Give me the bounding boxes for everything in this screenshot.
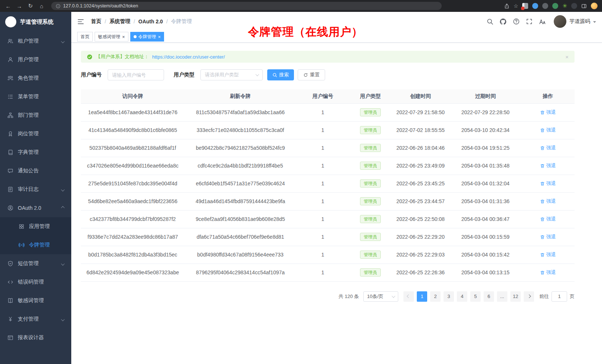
user-type-select[interactable]: 请选择用户类型 xyxy=(200,69,263,80)
browser-back-button[interactable]: ← xyxy=(4,2,12,10)
reset-button[interactable]: 重置 xyxy=(298,69,325,80)
sidebar-item-oauth2-application[interactable]: 应用管理 xyxy=(0,217,71,236)
sidebar-item-tenant[interactable]: 租户管理 xyxy=(0,32,71,50)
force-logout-button[interactable]: 强退 xyxy=(540,162,556,169)
pagination-ellipsis[interactable]: ... xyxy=(497,291,507,302)
force-logout-button[interactable]: 强退 xyxy=(540,234,556,240)
bookmark-star-icon[interactable]: ☆ xyxy=(514,3,518,9)
force-logout-button[interactable]: 强退 xyxy=(540,198,556,205)
pagination-page-1[interactable]: 1 xyxy=(417,291,427,302)
force-logout-button[interactable]: 强退 xyxy=(540,127,556,133)
access-token-cell: c347026e805e4d99b0d116eae66eda8c xyxy=(81,157,184,175)
search-icon xyxy=(272,73,277,77)
pagination-page-12[interactable]: 12 xyxy=(510,291,521,302)
browser-address-bar[interactable]: 127.0.0.1:1024/system/oauth2/token xyxy=(51,2,442,10)
goto-suffix: 页 xyxy=(570,293,575,300)
force-logout-button[interactable]: 强退 xyxy=(540,269,556,276)
tab-home[interactable]: 首页 xyxy=(77,32,93,42)
sidebar-item-dict[interactable]: 字典管理 xyxy=(0,143,71,162)
side-panel-icon[interactable] xyxy=(581,3,587,9)
sidebar-item-dept[interactable]: 部门管理 xyxy=(0,106,71,125)
sidebar-item-error-code[interactable]: 错误码管理 xyxy=(0,273,71,291)
search-button[interactable]: 搜索 xyxy=(267,69,294,80)
user-type-badge: 管理员 xyxy=(360,251,381,259)
select-placeholder: 请选择用户类型 xyxy=(205,72,239,78)
browser-home-button[interactable]: ⌂ xyxy=(38,2,45,10)
create-time-cell: 2022-06-25 23:49:09 xyxy=(392,157,450,175)
alert-close-icon[interactable]: × xyxy=(565,54,569,60)
force-logout-button[interactable]: 强退 xyxy=(540,145,556,151)
user-id-input[interactable] xyxy=(108,69,164,80)
site-info-icon[interactable] xyxy=(56,4,60,9)
sidebar-item-sms[interactable]: 短信管理 xyxy=(0,254,71,273)
user-menu[interactable]: 芋道源码 xyxy=(554,15,596,28)
sidebar-item-menu[interactable]: 菜单管理 xyxy=(0,87,71,106)
pagination-prev-button[interactable] xyxy=(403,291,414,302)
breadcrumb-item-oauth2[interactable]: OAuth 2.0 xyxy=(138,19,163,24)
font-size-icon[interactable] xyxy=(539,18,546,25)
breadcrumb-item-home[interactable]: 首页 xyxy=(91,18,101,25)
fullscreen-icon[interactable] xyxy=(526,18,533,25)
close-icon[interactable]: × xyxy=(122,34,125,39)
pagination-next-button[interactable] xyxy=(524,291,534,302)
chevron-down-icon xyxy=(61,188,64,191)
notice-icon xyxy=(7,168,13,174)
extension-blue-icon[interactable] xyxy=(532,3,538,9)
chevron-right-icon xyxy=(527,295,530,298)
goto-page-input[interactable] xyxy=(552,291,567,302)
refresh-token-cell: be90422b8c7946218275a508bf524fc9 xyxy=(184,139,296,157)
breadcrumb-item-current: 令牌管理 xyxy=(171,18,192,25)
sidebar-item-oauth2-token[interactable]: 令牌管理 xyxy=(0,236,71,254)
force-logout-button[interactable]: 强退 xyxy=(540,109,556,116)
table-header-row: 访问令牌 刷新令牌 用户编号 用户类型 创建时间 过期时间 操作 xyxy=(81,89,575,103)
access-token-cell: b0d1785bc3a8482f812db4a3f3bd15ec xyxy=(81,246,184,264)
doc-link[interactable]: https://doc.iocoder.cn/user-center/ xyxy=(152,54,225,60)
browser-forward-button[interactable]: → xyxy=(16,2,23,10)
force-logout-button[interactable]: 强退 xyxy=(540,251,556,258)
pagination-page-3[interactable]: 3 xyxy=(444,291,454,302)
url-text: 127.0.0.1:1024/system/oauth2/token xyxy=(63,3,138,9)
sidebar-item-pay[interactable]: 支付管理 xyxy=(0,310,71,328)
pagination-page-2[interactable]: 2 xyxy=(430,291,441,302)
user-id-cell: 1 xyxy=(296,175,350,192)
sidebar-item-oauth2[interactable]: OAuth 2.0 xyxy=(0,199,71,217)
extension-dark-icon[interactable] xyxy=(571,3,577,9)
user-type-label: 用户类型 xyxy=(174,72,194,78)
column-header: 刷新令牌 xyxy=(184,89,296,103)
extension-green-icon[interactable] xyxy=(552,3,558,9)
goto-label: 前往 xyxy=(539,293,549,300)
pagination-page-5[interactable]: 5 xyxy=(470,291,481,302)
close-icon[interactable]: × xyxy=(158,34,161,39)
help-icon[interactable] xyxy=(513,18,520,25)
extension-grid-icon[interactable] xyxy=(522,3,528,9)
tab-token[interactable]: 令牌管理 × xyxy=(130,32,164,42)
sidebar-item-notice[interactable]: 通知公告 xyxy=(0,162,71,180)
github-icon[interactable] xyxy=(500,18,507,25)
sidebar-item-post[interactable]: 岗位管理 xyxy=(0,125,71,143)
sidebar-item-role[interactable]: 角色管理 xyxy=(0,69,71,87)
user-id-cell: 1 xyxy=(296,121,350,139)
breadcrumb-item-system[interactable]: 系统管理 xyxy=(109,18,130,25)
sidebar-item-sensitive-word[interactable]: 敏感词管理 xyxy=(0,291,71,310)
force-logout-button[interactable]: 强退 xyxy=(540,180,556,187)
extension-gray-icon[interactable] xyxy=(542,3,548,9)
hamburger-icon[interactable] xyxy=(77,18,84,25)
tab-label: 首页 xyxy=(81,34,89,40)
pagination-page-6[interactable]: 6 xyxy=(484,291,494,302)
tab-sensitive-word[interactable]: 敏感词管理 × xyxy=(95,32,128,42)
browser-profile-avatar[interactable] xyxy=(591,3,598,9)
force-logout-button[interactable]: 强退 xyxy=(540,216,556,222)
app-logo[interactable]: 芋道管理系统 xyxy=(0,12,71,32)
search-icon[interactable] xyxy=(487,18,493,25)
sidebar-item-report[interactable]: 报表设计器 xyxy=(0,328,71,347)
page-size-select[interactable]: 10条/页 xyxy=(363,291,398,302)
extension-asterisk-icon[interactable]: ✳ xyxy=(562,3,567,9)
user-id-cell: 1 xyxy=(296,210,350,228)
browser-reload-button[interactable]: ↻ xyxy=(27,2,34,10)
share-icon[interactable] xyxy=(504,3,510,9)
pagination-page-4[interactable]: 4 xyxy=(457,291,467,302)
sidebar-item-user[interactable]: 用户管理 xyxy=(0,50,71,69)
column-header: 用户类型 xyxy=(350,89,392,103)
sidebar-item-audit-log[interactable]: 审计日志 xyxy=(0,180,71,199)
table-row: c342377bf8b344799dcbf7bf095287f29ce8ef2a… xyxy=(81,210,575,228)
